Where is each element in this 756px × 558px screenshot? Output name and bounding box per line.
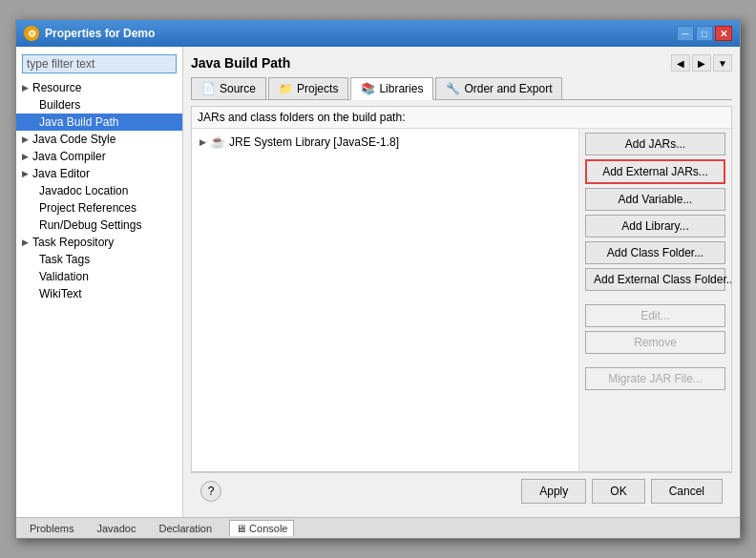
sidebar-item-java-compiler[interactable]: ▶ Java Compiler bbox=[16, 148, 182, 165]
tree-arrow-icon: ▶ bbox=[200, 137, 206, 147]
remove-button[interactable]: Remove bbox=[585, 331, 725, 354]
tree-item-label: JRE System Library [JavaSE-1.8] bbox=[229, 135, 399, 149]
footer-tab-console[interactable]: 🖥 Console bbox=[229, 520, 294, 536]
sidebar-item-label: Builders bbox=[39, 98, 80, 112]
projects-tab-icon: 📁 bbox=[279, 82, 293, 95]
sidebar-item-task-tags[interactable]: Task Tags bbox=[16, 251, 182, 268]
libraries-tab-icon: 📚 bbox=[361, 82, 375, 95]
sidebar-item-java-code-style[interactable]: ▶ Java Code Style bbox=[16, 131, 182, 148]
sidebar-item-java-editor[interactable]: ▶ Java Editor bbox=[16, 165, 182, 182]
apply-button[interactable]: Apply bbox=[521, 479, 586, 504]
arrow-icon: ▶ bbox=[22, 169, 29, 178]
sidebar-item-label: Task Repository bbox=[32, 236, 114, 249]
tab-libraries[interactable]: 📚 Libraries bbox=[350, 77, 433, 100]
cancel-button[interactable]: Cancel bbox=[651, 479, 723, 504]
order-tab-icon: 🔧 bbox=[446, 82, 460, 95]
dialog-icon: ⚙ bbox=[24, 26, 39, 41]
sidebar-item-label: Run/Debug Settings bbox=[39, 218, 141, 232]
panel-description: JARs and class folders on the build path… bbox=[192, 107, 731, 129]
nav-dropdown-button[interactable]: ▼ bbox=[713, 54, 732, 72]
edit-button[interactable]: Edit... bbox=[585, 304, 725, 327]
tree-area[interactable]: ▶ ☕ JRE System Library [JavaSE-1.8] bbox=[192, 129, 578, 471]
footer-tab-problems-label: Problems bbox=[30, 523, 74, 534]
sidebar-item-label: Javadoc Location bbox=[39, 184, 128, 197]
bottom-left: ? bbox=[200, 481, 515, 502]
sidebar-item-label: Project References bbox=[39, 201, 136, 215]
arrow-icon: ▶ bbox=[22, 152, 29, 161]
add-library-button[interactable]: Add Library... bbox=[585, 215, 725, 238]
content-area: Java Build Path ◀ ▶ ▼ 📄 Source 📁 Project… bbox=[183, 47, 740, 517]
tab-libraries-label: Libraries bbox=[379, 82, 423, 95]
tab-projects[interactable]: 📁 Projects bbox=[268, 77, 348, 99]
footer-tab-declaration[interactable]: Declaration bbox=[153, 521, 218, 536]
dialog-title: Properties for Demo bbox=[45, 27, 677, 40]
filter-input[interactable] bbox=[22, 54, 177, 73]
add-jars-button[interactable]: Add JARs... bbox=[585, 133, 725, 155]
tabs-bar: 📄 Source 📁 Projects 📚 Libraries 🔧 Order … bbox=[191, 77, 732, 100]
source-tab-icon: 📄 bbox=[201, 82, 216, 95]
titlebar-buttons: ─ □ ✕ bbox=[677, 26, 732, 41]
minimize-button[interactable]: ─ bbox=[677, 26, 694, 41]
sidebar: ▶ Resource Builders Java Build Path ▶ Ja… bbox=[16, 47, 183, 517]
tab-projects-label: Projects bbox=[297, 82, 338, 95]
titlebar: ⚙ Properties for Demo ─ □ ✕ bbox=[16, 20, 740, 47]
console-icon: 🖥 bbox=[236, 523, 246, 534]
tree-item-jre[interactable]: ▶ ☕ JRE System Library [JavaSE-1.8] bbox=[196, 133, 575, 151]
sidebar-item-project-references[interactable]: Project References bbox=[16, 199, 182, 217]
tab-order-label: Order and Export bbox=[464, 82, 552, 95]
migrate-jar-button[interactable]: Migrate JAR File... bbox=[585, 367, 725, 390]
footer-tab-console-label: Console bbox=[249, 523, 287, 534]
ok-button[interactable]: OK bbox=[592, 479, 644, 504]
dialog-body: ▶ Resource Builders Java Build Path ▶ Ja… bbox=[16, 47, 740, 517]
nav-back-button[interactable]: ◀ bbox=[671, 54, 690, 72]
sidebar-item-label: Java Editor bbox=[32, 167, 90, 180]
tab-source-label: Source bbox=[220, 82, 256, 95]
footer-tab-javadoc[interactable]: Javadoc bbox=[91, 521, 141, 536]
properties-dialog: ⚙ Properties for Demo ─ □ ✕ ▶ Resource B… bbox=[15, 19, 741, 539]
tab-order-export[interactable]: 🔧 Order and Export bbox=[435, 77, 562, 99]
sidebar-item-label: Resource bbox=[32, 81, 81, 94]
arrow-icon: ▶ bbox=[22, 83, 29, 93]
maximize-button[interactable]: □ bbox=[696, 26, 713, 41]
jre-icon: ☕ bbox=[210, 134, 225, 149]
footer-tab-javadoc-label: Javadoc bbox=[96, 523, 136, 534]
sidebar-item-label: Java Compiler bbox=[32, 150, 106, 163]
sidebar-item-task-repository[interactable]: ▶ Task Repository bbox=[16, 234, 182, 251]
sidebar-item-validation[interactable]: Validation bbox=[16, 268, 182, 285]
buttons-column: Add JARs... Add External JARs... Add Var… bbox=[578, 129, 731, 471]
main-panel: JARs and class folders on the build path… bbox=[191, 106, 732, 472]
nav-forward-button[interactable]: ▶ bbox=[692, 54, 711, 72]
sidebar-item-label: Validation bbox=[39, 270, 89, 283]
sidebar-item-javadoc-location[interactable]: Javadoc Location bbox=[16, 182, 182, 199]
add-external-jars-button[interactable]: Add External JARs... bbox=[585, 159, 725, 184]
add-variable-button[interactable]: Add Variable... bbox=[585, 188, 725, 211]
sidebar-item-builders[interactable]: Builders bbox=[16, 96, 182, 114]
arrow-icon: ▶ bbox=[22, 134, 29, 144]
content-header: Java Build Path ◀ ▶ ▼ bbox=[191, 54, 732, 72]
close-button[interactable]: ✕ bbox=[715, 26, 732, 41]
arrow-icon: ▶ bbox=[22, 238, 29, 247]
sidebar-item-label: Java Code Style bbox=[32, 133, 116, 146]
sidebar-item-label: Task Tags bbox=[39, 253, 90, 266]
tab-source[interactable]: 📄 Source bbox=[191, 77, 266, 99]
sidebar-item-label: WikiText bbox=[39, 287, 82, 300]
page-title: Java Build Path bbox=[191, 55, 671, 71]
sidebar-item-resource[interactable]: ▶ Resource bbox=[16, 79, 182, 96]
sidebar-item-java-build-path[interactable]: Java Build Path bbox=[16, 114, 182, 131]
help-button[interactable]: ? bbox=[200, 481, 221, 502]
footer-tab-declaration-label: Declaration bbox=[158, 523, 212, 534]
sidebar-item-run-debug-settings[interactable]: Run/Debug Settings bbox=[16, 217, 182, 234]
panel-body: ▶ ☕ JRE System Library [JavaSE-1.8] Add … bbox=[192, 129, 731, 471]
sidebar-item-label: Java Build Path bbox=[39, 115, 118, 129]
nav-arrows: ◀ ▶ ▼ bbox=[671, 54, 732, 72]
add-external-class-folder-button[interactable]: Add External Class Folder... bbox=[585, 268, 725, 291]
footer-bar: Problems Javadoc Declaration 🖥 Console bbox=[16, 517, 740, 538]
footer-tab-problems[interactable]: Problems bbox=[24, 521, 79, 536]
bottom-bar: ? Apply OK Cancel bbox=[191, 472, 732, 509]
sidebar-item-wikitext[interactable]: WikiText bbox=[16, 285, 182, 302]
add-class-folder-button[interactable]: Add Class Folder... bbox=[585, 241, 725, 264]
